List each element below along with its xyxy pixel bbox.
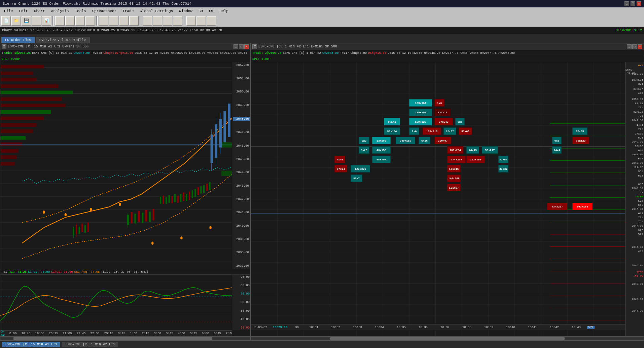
right-70x80: 70x80 [635, 195, 643, 198]
menu-spreadsheet[interactable]: Spreadsheet [90, 8, 119, 14]
rt-1032: 10:32 [325, 326, 347, 329]
right-chart-main[interactable]: 103x164 1x6 129x195 132x11 0x141 189x120… [251, 62, 644, 336]
svg-rect-82 [174, 194, 176, 202]
of-cell-14x4: 14x4 [552, 146, 562, 154]
menu-analysis[interactable]: Analysis [48, 8, 72, 14]
toolbar-next[interactable]: ▶ [65, 16, 75, 26]
tab-overview-volume-profile[interactable]: Overview-Volume-Profile [36, 37, 90, 43]
right-14x4-label: 14x4 [637, 123, 643, 126]
maximize-button[interactable]: □ [631, 1, 635, 6]
menu-help[interactable]: Help [217, 8, 231, 14]
left-scrollbar-thumb[interactable] [13, 337, 212, 340]
toolbar-cursor[interactable]: ↖ [99, 16, 108, 26]
left-chart-main[interactable]: 2052.00 2051.00 2050.00 2049.00 2048.00 … [0, 62, 250, 269]
toolbar-more1[interactable]: LOG [186, 16, 196, 26]
sep1 [52, 16, 54, 26]
right-scrollbar-thumb[interactable] [330, 337, 565, 340]
right-2049-50: 2049.50 [632, 119, 643, 122]
rsi-50: 50.00 [233, 309, 250, 313]
right-2048-50: 2048.50 [632, 161, 643, 164]
menu-trade[interactable]: Trade [120, 8, 136, 14]
toolbar-prev[interactable]: ◀ [55, 16, 65, 26]
menu-global-settings[interactable]: Global Settings [137, 8, 176, 14]
right-chart-maximize[interactable]: □ [632, 44, 637, 49]
toolbar-close[interactable]: ✕ [32, 16, 41, 26]
menu-tools[interactable]: Tools [72, 8, 89, 14]
price-2050: 2050.00 [233, 90, 250, 93]
svg-rect-90 [198, 187, 199, 195]
right-2047-50: 2047.50 [632, 207, 643, 210]
of-cell-55x190: 55x190 [372, 156, 391, 163]
svg-rect-78 [163, 196, 164, 204]
svg-point-74 [180, 236, 182, 239]
left-chart-close[interactable]: ✕ [244, 44, 249, 49]
right-694: 694 [638, 136, 643, 139]
right-87x55-label: 87x55 [635, 102, 643, 105]
menu-cb[interactable]: CB [196, 8, 206, 14]
toolbar-btn2[interactable]: TV [163, 16, 172, 26]
toolbar-crosshair[interactable]: ⊕ [109, 16, 118, 26]
left-chart-minimize[interactable]: _ [234, 44, 238, 49]
left-chart-info-bar: Trade: 1@2053.25 ESM5-CME [C] 15 Min #1 … [0, 50, 250, 56]
time-130: 1:30 [130, 332, 137, 335]
menu-cw[interactable]: CW [206, 8, 216, 14]
time-430: 4:30 [178, 332, 185, 335]
price-2047: 2047.00 [233, 131, 250, 134]
svg-rect-21 [0, 98, 62, 101]
sep2 [96, 16, 98, 26]
price-2039: 2039.00 [233, 238, 250, 241]
toolbar-refresh[interactable]: ↻ [143, 16, 152, 26]
toolbar-zoom-in[interactable]: + [75, 16, 85, 26]
right-2752: 2752 [637, 271, 643, 274]
right-chart-minimize[interactable]: _ [627, 44, 632, 49]
toolbar-new[interactable]: 📄 [1, 16, 11, 26]
svg-rect-17 [0, 72, 33, 75]
time-2230: 22:30 [91, 332, 100, 335]
right-722: 722 [638, 128, 643, 131]
toolbar-btn1[interactable]: CSV [153, 16, 162, 26]
toolbar-pen[interactable]: ✏ [129, 16, 139, 26]
rt-1041: 10:41 [522, 326, 543, 329]
toolbar-line[interactable]: ╱ [119, 16, 129, 26]
toolbar-open[interactable]: 📁 [11, 16, 21, 26]
price-2041: 2041.00 [233, 211, 250, 214]
tab-es-order-flow[interactable]: ES-Order-Flow [1, 37, 35, 43]
left-chart-close: C=2048.00 [73, 51, 90, 55]
of-cell-59x154: 59x154 [384, 127, 400, 135]
right-chart-close[interactable]: ✕ [638, 44, 642, 49]
sep4 [184, 16, 185, 26]
right-trade-info: Trade: 2@2050.75 [252, 51, 281, 55]
rt-1031: 10:31 [303, 326, 325, 329]
left-chart-maximize[interactable]: □ [239, 44, 244, 49]
right-2050-50: 2050.50 [632, 72, 643, 75]
minimize-button[interactable]: _ [624, 1, 629, 6]
left-chart-scrollbar[interactable] [0, 336, 250, 340]
of-cell-44x45: 44x45 [466, 146, 479, 154]
left-chart-menu-btn[interactable]: ☰ [2, 44, 6, 49]
right-chart-scrollbar[interactable] [251, 336, 644, 340]
of-cell-3x28: 3x28 [359, 146, 369, 154]
title-bar-controls[interactable]: _ □ ✕ [624, 1, 641, 6]
toolbar-btn3[interactable]: DDE [173, 16, 182, 26]
rt-1039: 10:39 [478, 326, 500, 329]
svg-rect-19 [0, 84, 58, 88]
title-bar: Sierra Chart 1224 ES-Order-Flow.cht Rith… [0, 0, 644, 7]
toolbar-more2[interactable]: TOP [196, 16, 206, 26]
bottom-tab-2[interactable]: ESM5-CME [C] 1 Min #2 L:1 [62, 342, 118, 347]
right-t: T=117 [340, 51, 349, 55]
menu-file[interactable]: File [1, 8, 15, 14]
menu-chart[interactable]: Chart [31, 8, 48, 14]
bottom-tab-1[interactable]: ESM5-CME [C] 15 Min #1 L:1 [2, 342, 60, 347]
menu-window[interactable]: Window [176, 8, 195, 14]
toolbar-chart-settings[interactable]: 📊 [42, 16, 51, 26]
right-chart-menu-btn[interactable]: ☰ [252, 44, 257, 49]
toolbar-save[interactable]: 💾 [22, 16, 31, 26]
toolbar-more3[interactable]: BAY [207, 16, 216, 26]
toolbar-zoom-out[interactable]: − [85, 16, 95, 26]
svg-rect-24 [0, 116, 44, 120]
left-chart-svg [0, 62, 250, 269]
menu-edit[interactable]: Edit [16, 8, 30, 14]
close-button[interactable]: ✕ [637, 1, 641, 6]
right-687: 687 [638, 183, 643, 186]
of-cell-87x55: 87x55 [572, 127, 587, 135]
